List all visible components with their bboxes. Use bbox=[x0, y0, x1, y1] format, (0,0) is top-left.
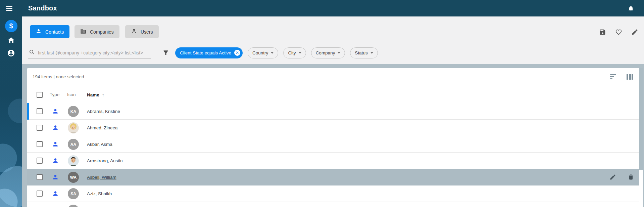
filter-row: Client State equals Active ✕ Country Cit… bbox=[22, 47, 644, 58]
chip-label: Client State equals Active bbox=[180, 50, 231, 55]
sort-icon[interactable] bbox=[609, 73, 617, 81]
row-checkbox[interactable] bbox=[37, 108, 43, 114]
contact-type-person-icon bbox=[52, 190, 59, 198]
contact-type-person-icon bbox=[52, 141, 59, 149]
contact-name-link[interactable]: Abrams, Kristine bbox=[87, 109, 120, 114]
row-checkbox[interactable] bbox=[37, 174, 43, 180]
tab-contacts-label: Contacts bbox=[45, 29, 64, 35]
sidebar-item-home[interactable] bbox=[0, 37, 22, 45]
page-title: Sandbox bbox=[28, 4, 57, 12]
view-actions bbox=[599, 28, 638, 36]
column-header-name-label: Name bbox=[87, 92, 99, 97]
row-checkbox[interactable] bbox=[37, 141, 43, 147]
account-circle-icon bbox=[7, 49, 15, 58]
avatar: WA bbox=[68, 172, 79, 183]
table-row-partial[interactable] bbox=[27, 202, 639, 207]
contact-type-person-icon bbox=[52, 124, 59, 132]
chip-country-dropdown[interactable]: Country bbox=[248, 47, 278, 58]
column-header-name[interactable]: Name ↑ bbox=[87, 92, 104, 97]
tab-companies[interactable]: Companies bbox=[75, 25, 119, 38]
avatar bbox=[68, 205, 79, 207]
table-row[interactable]: AAAkbar, Asma bbox=[27, 136, 639, 153]
sort-ascending-arrow-icon: ↑ bbox=[102, 92, 104, 97]
tab-contacts[interactable]: Contacts bbox=[30, 25, 69, 38]
row-checkbox[interactable] bbox=[37, 158, 43, 164]
chip-client-state-active[interactable]: Client State equals Active ✕ bbox=[175, 47, 243, 58]
select-all-checkbox[interactable] bbox=[37, 92, 43, 98]
hamburger-menu-icon[interactable] bbox=[6, 6, 12, 11]
sidebar-item-billing[interactable]: $ bbox=[0, 20, 22, 32]
vertical-scrollbar-thumb[interactable] bbox=[639, 68, 643, 170]
chevron-down-icon bbox=[299, 52, 301, 54]
table-row[interactable]: Ahmed, Zineea bbox=[27, 120, 639, 136]
avatar bbox=[68, 122, 79, 133]
chip-status-label: Status bbox=[355, 50, 367, 55]
avatar: SA bbox=[68, 188, 79, 199]
sidebar: $ bbox=[0, 0, 22, 207]
table-viewport: 194 items | none selected Type Icon Name… bbox=[22, 64, 644, 207]
chevron-down-icon bbox=[271, 52, 274, 54]
notifications-bell-icon[interactable] bbox=[628, 5, 634, 12]
tab-users-label: Users bbox=[141, 29, 153, 35]
contact-type-person-icon bbox=[52, 108, 59, 116]
selected-row-indicator bbox=[27, 103, 29, 120]
app-screen: $ Sandbox Contacts bbox=[0, 0, 644, 207]
person-outline-icon bbox=[131, 28, 137, 35]
table-row[interactable]: Armstrong, Austin bbox=[27, 153, 639, 169]
chip-company-label: Company bbox=[316, 50, 335, 55]
contact-name-link[interactable]: Aziz, Shaikh bbox=[87, 191, 112, 196]
columns-icon[interactable] bbox=[626, 73, 634, 80]
home-icon bbox=[7, 36, 15, 46]
tab-companies-label: Companies bbox=[90, 29, 114, 35]
row-checkbox[interactable] bbox=[37, 191, 43, 197]
circle-x-icon[interactable]: ✕ bbox=[234, 50, 240, 56]
tab-users[interactable]: Users bbox=[125, 25, 159, 38]
contact-name-link[interactable]: Ahmed, Zineea bbox=[87, 125, 118, 130]
search-box bbox=[28, 47, 151, 58]
main-content: Contacts Companies Users bbox=[22, 16, 644, 207]
table-row[interactable]: KAAbrams, Kristine bbox=[27, 103, 639, 120]
chip-status-dropdown[interactable]: Status bbox=[350, 47, 378, 58]
heart-icon[interactable] bbox=[615, 28, 622, 36]
chevron-down-icon bbox=[370, 52, 373, 54]
avatar: AA bbox=[68, 139, 79, 150]
column-header-icon: Icon bbox=[67, 92, 76, 97]
items-summary: 194 items | none selected bbox=[33, 74, 84, 79]
chevron-down-icon bbox=[338, 52, 340, 54]
contact-type-person-icon bbox=[52, 174, 59, 182]
dollar-icon: $ bbox=[5, 20, 17, 32]
table-toolbar: 194 items | none selected bbox=[27, 68, 643, 86]
row-edit-pencil-icon[interactable] bbox=[609, 173, 616, 181]
column-header-type: Type bbox=[50, 92, 59, 97]
filter-chips: Client State equals Active ✕ Country Cit… bbox=[175, 47, 378, 58]
row-delete-trash-icon[interactable] bbox=[627, 173, 635, 181]
avatar: KA bbox=[68, 106, 79, 117]
table-body: KAAbrams, KristineAhmed, ZineeaAAAkbar, … bbox=[27, 103, 643, 207]
table-row[interactable]: WAAsbell, William bbox=[27, 169, 639, 185]
row-checkbox[interactable] bbox=[37, 125, 43, 131]
topbar: Sandbox bbox=[22, 0, 644, 16]
results-card: 194 items | none selected Type Icon Name… bbox=[27, 68, 643, 207]
table-row[interactable]: SAAziz, Shaikh bbox=[27, 185, 639, 202]
table-header-row: Type Icon Name ↑ bbox=[27, 86, 643, 103]
contact-name-link[interactable]: Armstrong, Austin bbox=[87, 158, 123, 163]
contact-name-link[interactable]: Akbar, Asma bbox=[87, 142, 112, 147]
contact-name-link[interactable]: Asbell, William bbox=[87, 175, 116, 180]
building-icon bbox=[80, 28, 86, 35]
search-input[interactable] bbox=[38, 50, 145, 55]
save-icon[interactable] bbox=[599, 28, 606, 36]
contact-type-person-icon bbox=[52, 157, 59, 165]
search-icon bbox=[28, 49, 35, 56]
funnel-icon[interactable] bbox=[162, 49, 169, 56]
avatar bbox=[68, 155, 79, 166]
chip-city-dropdown[interactable]: City bbox=[283, 47, 306, 58]
sidebar-item-account[interactable] bbox=[0, 50, 22, 58]
chip-company-dropdown[interactable]: Company bbox=[311, 47, 345, 58]
chip-city-label: City bbox=[288, 50, 296, 55]
chip-country-label: Country bbox=[252, 50, 268, 55]
person-icon bbox=[36, 28, 42, 35]
row-actions bbox=[609, 173, 635, 181]
pencil-icon[interactable] bbox=[631, 28, 638, 36]
